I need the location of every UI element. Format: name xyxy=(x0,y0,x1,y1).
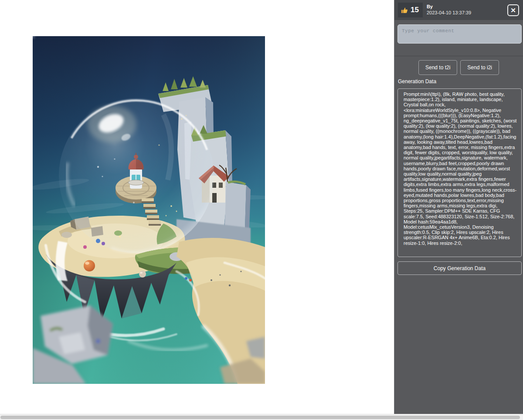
copy-generation-data-button[interactable]: Copy Generation Data xyxy=(397,261,522,275)
send-to-i2i-button[interactable]: Send to i2i xyxy=(460,60,499,75)
screen: 15 By 2023-04-10 13:37:39 ✕ Send to t2i … xyxy=(0,0,523,420)
crystal-ball xyxy=(59,98,214,253)
like-count: 15 xyxy=(411,6,419,14)
by-label: By xyxy=(427,4,471,10)
close-button[interactable]: ✕ xyxy=(507,4,519,16)
close-icon: ✕ xyxy=(510,7,516,14)
detail-panel: 15 By 2023-04-10 13:37:39 ✕ Send to t2i … xyxy=(394,0,523,414)
divider xyxy=(394,56,523,56)
horizontal-scrollbar-thumb[interactable] xyxy=(0,416,520,419)
orange-ball xyxy=(84,260,95,271)
thumbs-up-icon xyxy=(401,7,408,14)
actions-row: Send to t2i Send to i2i xyxy=(394,60,523,75)
generation-data-label: Generation Data xyxy=(398,78,436,85)
like-badge[interactable]: 15 xyxy=(398,3,423,17)
timestamp: 2023-04-10 13:37:39 xyxy=(427,10,471,16)
send-to-t2i-button[interactable]: Send to t2i xyxy=(418,60,457,75)
horizontal-scrollbar-track[interactable] xyxy=(0,414,523,420)
byline: By 2023-04-10 13:37:39 xyxy=(427,4,471,16)
main-area xyxy=(0,0,394,414)
generated-image xyxy=(33,36,265,384)
comment-input[interactable] xyxy=(397,24,522,44)
panel-header: 15 By 2023-04-10 13:37:39 ✕ xyxy=(394,0,523,20)
generation-data-text[interactable]: Prompt:mini\(ttp\), (8k, RAW photo, best… xyxy=(397,88,522,257)
